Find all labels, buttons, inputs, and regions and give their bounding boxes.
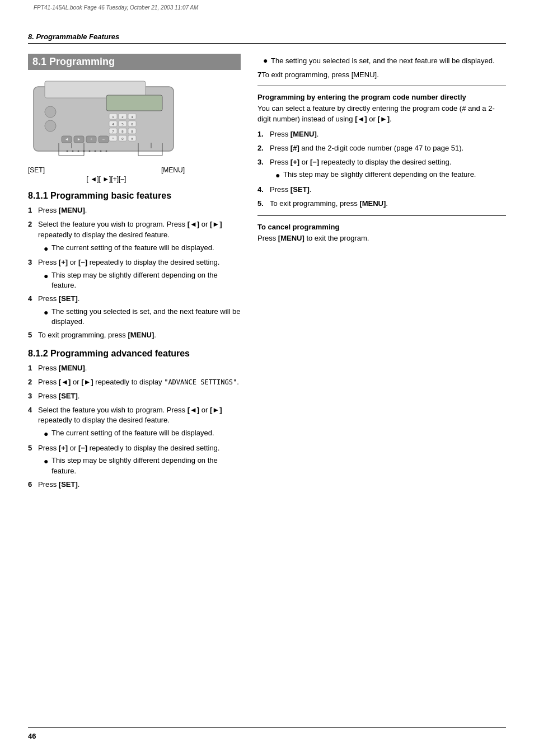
pc-step-4: 4. Press [SET]. [257,185,506,195]
divider-1 [257,86,506,86]
divider-2 [257,215,506,216]
page-number: 46 [28,732,36,740]
cancel-title: To cancel programming [257,223,506,231]
svg-point-55 [89,151,91,152]
sub-section-1-title: 8.1.1 Programming basic features [28,191,241,201]
svg-point-52 [72,151,74,152]
step-4: 4 Press [SET]. ● The setting you selecte… [28,294,241,327]
bottom-border [28,727,506,728]
page-header: 8. Programmable Features [28,32,506,44]
svg-point-51 [67,151,68,152]
svg-point-58 [106,151,107,152]
device-illustration: 1 2 3 4 5 6 7 8 9 * 0 # [28,76,241,164]
svg-text:+: + [90,137,92,141]
adv-step-3: 3 Press [SET]. [28,391,241,402]
set-label: [SET] [28,166,45,174]
section-title-bar: 8.1 Programming [28,54,241,70]
pc-step-2: 2. Press [#] and the 2-digit code number… [257,143,506,154]
program-code-steps: 1. Press [MENU]. 2. Press [#] and the 2-… [257,129,506,209]
adv-step-4: 4 Select the feature you wish to program… [28,405,241,440]
two-col-layout: 8.1 Programming [28,54,506,494]
pc-step-3: 3. Press [+] or [−] repeatedly to displa… [257,157,506,181]
advanced-steps-list: 1 Press [MENU]. 2 Press [◄] or [►] repea… [28,363,241,490]
sub-section-2-title: 8.1.2 Programming advanced features [28,349,241,359]
svg-rect-14 [106,95,162,111]
step-5: 5 To exit programming, press [MENU]. [28,330,241,341]
step-2: 2 Select the feature you wish to program… [28,219,241,254]
svg-point-53 [78,151,79,152]
svg-point-57 [100,151,102,152]
pc-bullet-3: ● This step may be slightly different de… [275,170,506,181]
page-header-title: 8. Programmable Features [28,32,119,41]
file-info: FPT41-145AL.book Page 46 Tuesday, Octobe… [34,4,198,11]
adv-bullet-4: ● The current setting of the feature wil… [44,428,241,439]
menu-label: [MENU] [161,166,185,174]
svg-point-39 [45,106,56,118]
svg-text:►: ► [77,137,81,141]
adv-step-1: 1 Press [MENU]. [28,363,241,374]
pc-step-1: 1. Press [MENU]. [257,129,506,140]
bullet-4: ● The setting you selected is set, and t… [44,307,241,327]
program-code-intro: You can select a feature by directly ent… [257,104,506,125]
device-labels-row: [SET] [MENU] [28,166,185,174]
device-labels-bottom: [ ◄][ ►][+][–] [28,175,185,183]
svg-point-40 [45,120,56,132]
adv-step-5: 5 Press [+] or [−] repeatedly to display… [28,443,241,476]
program-code-section: Programming by entering the program code… [257,93,506,209]
adv-bullet-5: ● This step may be slightly different de… [44,456,241,476]
svg-text:◄: ◄ [65,137,69,141]
col-right: ● The setting you selected is set, and t… [257,54,506,494]
pc-step-5: 5. To exit programming, press [MENU]. [257,199,506,209]
col-left: 8.1 Programming [28,54,241,494]
adv-step-2: 2 Press [◄] or [►] repeatedly to display… [28,377,241,388]
bullet-2: ● The current setting of the feature wil… [44,243,241,254]
cancel-text: Press [MENU] to exit the program. [257,233,506,244]
step-3: 3 Press [+] or [−] repeatedly to display… [28,257,241,290]
svg-point-56 [95,151,96,152]
svg-text:–: – [102,137,105,141]
bullet-3: ● This step may be slightly different de… [44,270,241,290]
cancel-programming-section: To cancel programming Press [MENU] to ex… [257,223,506,244]
right-bullet-set: ● The setting you selected is set, and t… [263,56,506,66]
step-7-row: 7 To exit programming, press [MENU]. [257,71,506,79]
step-1: 1 Press [MENU]. [28,205,241,216]
program-code-title: Programming by entering the program code… [257,93,506,101]
fax-machine-svg: 1 2 3 4 5 6 7 8 9 * 0 # [28,76,179,162]
right-col-intro: ● The setting you selected is set, and t… [257,56,506,66]
basic-steps-list: 1 Press [MENU]. 2 Select the feature you… [28,205,241,341]
adv-step-6: 6 Press [SET]. [28,480,241,490]
